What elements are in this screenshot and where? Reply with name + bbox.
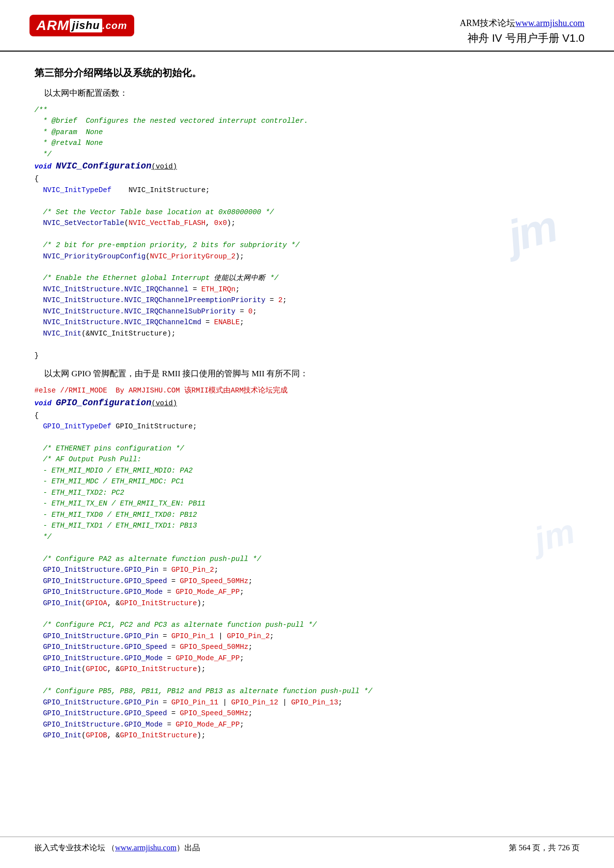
header-site: ARM技术论坛www.armjishu.com [460, 17, 585, 29]
footer-left-text: 嵌入式专业技术论坛 （ [34, 843, 115, 852]
intro-text-1: 以太网中断配置函数： [44, 87, 580, 99]
footer-right: 第 564 页，共 726 页 [509, 843, 580, 853]
footer-url[interactable]: www.armjishu.com [115, 843, 176, 852]
header: ARM jishu .com ARM技术论坛www.armjishu.com 神… [0, 0, 614, 52]
header-title: 神舟 IV 号用户手册 V1.0 [460, 31, 585, 46]
footer-left: 嵌入式专业技术论坛 （www.armjishu.com）出品 [34, 843, 200, 853]
page: ARM jishu .com ARM技术论坛www.armjishu.com 神… [0, 0, 614, 868]
logo-jishu-text: jishu [70, 19, 102, 32]
logo-arm: ARM [36, 18, 69, 33]
code-block-2: #else //RMII_MODE By ARMJISHU.COM 该RMII模… [34, 385, 580, 741]
header-right: ARM技术论坛www.armjishu.com 神舟 IV 号用户手册 V1.0 [460, 15, 585, 46]
footer-left-suffix: ）出品 [176, 843, 200, 852]
site-url[interactable]: www.armjishu.com [515, 18, 585, 28]
logo-box: ARM jishu .com [29, 15, 134, 36]
code-block-1: /** * @brief Configures the nested vecto… [34, 105, 580, 361]
content: 第三部分介绍网络以及系统的初始化。 以太网中断配置函数： /** * @brie… [0, 56, 614, 768]
logo-com-suffix: .com [102, 20, 127, 31]
section-heading: 第三部分介绍网络以及系统的初始化。 [34, 66, 580, 80]
footer: 嵌入式专业技术论坛 （www.armjishu.com）出品 第 564 页，共… [0, 837, 614, 853]
logo-area: ARM jishu .com [29, 15, 134, 36]
site-prefix: ARM技术论坛 [460, 18, 515, 28]
intro-text-2: 以太网 GPIO 管脚配置，由于是 RMII 接口使用的管脚与 MII 有所不同… [44, 368, 580, 379]
